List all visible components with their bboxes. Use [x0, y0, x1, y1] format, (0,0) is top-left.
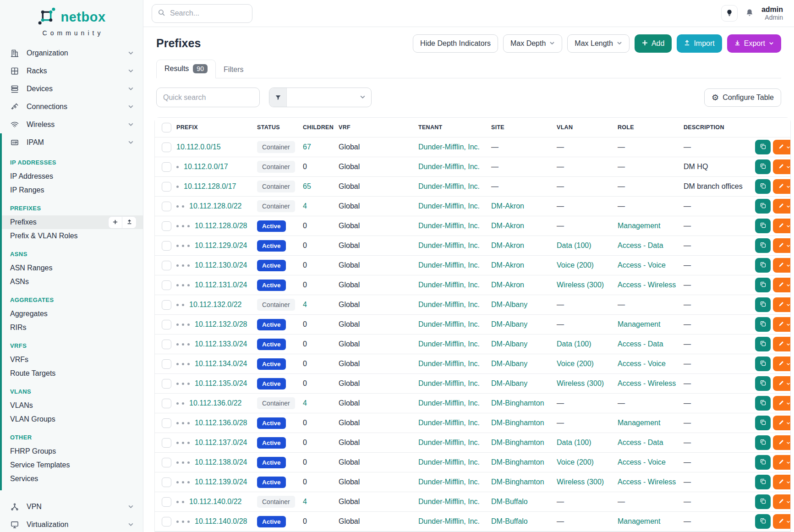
role-link[interactable]: Management — [618, 517, 660, 525]
prefix-link[interactable]: 10.112.140.0/22 — [189, 498, 241, 505]
prefix-link[interactable]: 10.112.136.0/22 — [189, 399, 241, 407]
row-checkbox[interactable] — [162, 280, 171, 290]
tenant-link[interactable]: Dunder-Mifflin, Inc. — [418, 281, 480, 289]
prefix-link[interactable]: 10.112.137.0/24 — [195, 439, 247, 446]
quick-import-button[interactable] — [122, 216, 137, 229]
vlan-link[interactable]: Voice (200) — [557, 261, 594, 269]
site-link[interactable]: DM-Akron — [491, 281, 524, 289]
site-link[interactable]: DM-Albany — [491, 360, 527, 367]
site-link[interactable]: DM-Akron — [491, 241, 524, 249]
site-link[interactable]: DM-Albany — [491, 379, 527, 387]
role-link[interactable]: Access - Wireless — [618, 379, 676, 387]
edit-dropdown-button[interactable] — [773, 238, 790, 253]
vlan-link[interactable]: Data (100) — [557, 241, 591, 249]
column-header-description[interactable]: DESCRIPTION — [679, 118, 751, 137]
sidebar-item-devices[interactable]: Devices — [0, 80, 143, 98]
role-link[interactable]: Access - Data — [618, 439, 663, 446]
prefix-link[interactable]: 10.112.0.0/15 — [176, 143, 221, 151]
vlan-link[interactable]: Wireless (300) — [557, 281, 604, 289]
prefix-link[interactable]: 10.112.128.0/22 — [189, 202, 241, 210]
tenant-link[interactable]: Dunder-Mifflin, Inc. — [418, 222, 480, 230]
clone-button[interactable] — [755, 297, 771, 312]
configure-table-button[interactable]: ⚙ Configure Table — [704, 88, 781, 107]
role-link[interactable]: Access - Voice — [618, 360, 666, 367]
sidebar-item-vlans[interactable]: VLANs — [2, 399, 143, 412]
tenant-link[interactable]: Dunder-Mifflin, Inc. — [418, 340, 480, 348]
row-checkbox[interactable] — [162, 438, 171, 448]
row-checkbox[interactable] — [162, 477, 171, 487]
column-header-children[interactable]: CHILDREN — [299, 118, 334, 137]
theme-toggle-button[interactable] — [721, 5, 738, 22]
tenant-link[interactable]: Dunder-Mifflin, Inc. — [418, 360, 480, 367]
column-header-vrf[interactable]: VRF — [334, 118, 414, 137]
quick-search-input[interactable] — [156, 88, 260, 107]
prefix-link[interactable]: 10.112.138.0/24 — [195, 458, 247, 466]
children-count-link[interactable]: 4 — [303, 202, 307, 210]
vlan-link[interactable]: Wireless (300) — [557, 478, 604, 486]
user-menu[interactable]: admin Admin — [761, 5, 783, 22]
edit-dropdown-button[interactable] — [773, 376, 790, 391]
site-link[interactable]: DM-Albany — [491, 301, 527, 308]
site-link[interactable]: DM-Buffalo — [491, 517, 528, 525]
tenant-link[interactable]: Dunder-Mifflin, Inc. — [418, 498, 480, 505]
site-link[interactable]: DM-Albany — [491, 320, 527, 328]
tab-results[interactable]: Results 90 — [156, 60, 216, 78]
clone-button[interactable] — [755, 238, 771, 253]
sidebar-item-vpn[interactable]: VPN — [0, 498, 143, 516]
tenant-link[interactable]: Dunder-Mifflin, Inc. — [418, 143, 480, 151]
sidebar-item-connections[interactable]: Connections — [0, 98, 143, 115]
sidebar-item-prefixes[interactable]: Prefixes — [2, 215, 143, 229]
sidebar-item-racks[interactable]: Racks — [0, 62, 143, 80]
saved-filter-select[interactable] — [269, 88, 372, 107]
role-link[interactable]: Management — [618, 419, 660, 427]
tenant-link[interactable]: Dunder-Mifflin, Inc. — [418, 478, 480, 486]
prefix-link[interactable]: 10.112.128.0/17 — [184, 182, 236, 190]
site-link[interactable]: DM-Akron — [491, 222, 524, 230]
sidebar-item-wireless[interactable]: Wireless — [0, 115, 143, 133]
vlan-link[interactable]: Wireless (300) — [557, 379, 604, 387]
global-search-input[interactable] — [170, 9, 246, 17]
row-checkbox[interactable] — [162, 399, 171, 408]
prefix-link[interactable]: 10.112.130.0/24 — [195, 261, 247, 269]
prefix-link[interactable]: 10.112.129.0/24 — [195, 241, 247, 249]
edit-dropdown-button[interactable] — [773, 179, 790, 194]
prefix-link[interactable]: 10.112.132.0/28 — [195, 320, 247, 328]
edit-dropdown-button[interactable] — [773, 435, 790, 450]
notifications-button[interactable] — [745, 8, 754, 19]
tenant-link[interactable]: Dunder-Mifflin, Inc. — [418, 241, 480, 249]
prefix-link[interactable]: 10.112.140.0/28 — [195, 517, 247, 525]
tenant-link[interactable]: Dunder-Mifflin, Inc. — [418, 261, 480, 269]
sidebar-item-ipam[interactable]: IPAM — [2, 133, 143, 151]
sidebar-item-fhrp-groups[interactable]: FHRP Groups — [2, 444, 143, 458]
export-dropdown[interactable]: Export — [727, 34, 781, 53]
children-count-link[interactable]: 4 — [303, 301, 307, 308]
edit-dropdown-button[interactable] — [773, 514, 790, 529]
add-button[interactable]: Add — [635, 34, 672, 53]
role-link[interactable]: Access - Wireless — [618, 478, 676, 486]
sidebar-item-services[interactable]: Services — [2, 472, 143, 486]
sidebar-item-organization[interactable]: Organization — [0, 44, 143, 62]
role-link[interactable]: Management — [618, 320, 660, 328]
row-checkbox[interactable] — [162, 458, 171, 467]
clone-button[interactable] — [755, 376, 771, 391]
prefix-link[interactable]: 10.112.139.0/24 — [195, 478, 247, 486]
clone-button[interactable] — [755, 278, 771, 292]
prefix-link[interactable]: 10.112.0.0/17 — [184, 163, 228, 170]
tenant-link[interactable]: Dunder-Mifflin, Inc. — [418, 379, 480, 387]
prefix-link[interactable]: 10.112.136.0/28 — [195, 419, 247, 427]
children-count-link[interactable]: 65 — [303, 182, 311, 190]
vlan-link[interactable]: Data (100) — [557, 340, 591, 348]
sidebar-item-prefix-vlan-roles[interactable]: Prefix & VLAN Roles — [2, 229, 143, 243]
tenant-link[interactable]: Dunder-Mifflin, Inc. — [418, 163, 480, 170]
tenant-link[interactable]: Dunder-Mifflin, Inc. — [418, 399, 480, 407]
tenant-link[interactable]: Dunder-Mifflin, Inc. — [418, 439, 480, 446]
edit-dropdown-button[interactable] — [773, 278, 790, 292]
row-checkbox[interactable] — [162, 162, 171, 172]
edit-dropdown-button[interactable] — [773, 356, 790, 371]
site-link[interactable]: DM-Binghamton — [491, 419, 544, 427]
tenant-link[interactable]: Dunder-Mifflin, Inc. — [418, 301, 480, 308]
site-link[interactable]: DM-Akron — [491, 261, 524, 269]
row-checkbox[interactable] — [162, 497, 171, 507]
row-checkbox[interactable] — [162, 143, 171, 152]
column-header-site[interactable]: SITE — [487, 118, 553, 137]
